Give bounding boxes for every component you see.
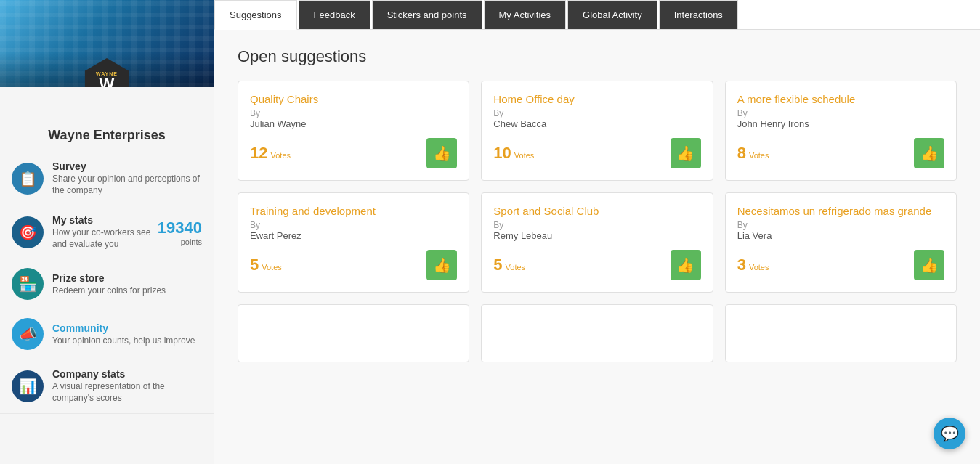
community-desc: Your opinion counts, help us improve: [52, 335, 202, 347]
sidebar-header: WAYNE W ENTERPRISES: [0, 0, 214, 87]
tab-activities[interactable]: My Activities: [484, 0, 567, 29]
card-author: John Henry Irons: [737, 118, 944, 129]
main-content: Suggestions Feedback Stickers and points…: [214, 0, 980, 464]
page-body: Open suggestions Quality Chairs By Julia…: [214, 30, 980, 464]
sidebar-item-prize-store[interactable]: 🏪 Prize store Redeem your coins for priz…: [0, 259, 214, 309]
tab-global[interactable]: Global Activity: [567, 0, 657, 29]
vote-count: 5: [493, 256, 502, 274]
card-title: A more flexible schedule: [737, 93, 944, 105]
company-stats-icon: 📊: [12, 370, 44, 402]
card-by: By: [737, 220, 944, 230]
thumbs-up-icon: 👍: [433, 145, 451, 162]
suggestion-card[interactable]: Sport and Social Club By Remy Lebeau 5 V…: [481, 192, 713, 293]
vote-count: 12: [250, 144, 267, 163]
vote-count-area: 12 Votes: [250, 144, 291, 163]
company-stats-title: Company stats: [52, 368, 202, 380]
prize-store-content: Prize store Redeem your coins for prizes: [52, 272, 202, 297]
thumbs-up-icon: 👍: [676, 256, 694, 274]
community-title: Community: [52, 322, 202, 334]
card-footer: 12 Votes 👍: [250, 129, 457, 168]
tab-suggestions[interactable]: Suggestions: [214, 0, 297, 30]
page-title: Open suggestions: [238, 47, 957, 66]
company-stats-content: Company stats A visual representation of…: [52, 368, 202, 404]
thumbs-up-icon: 👍: [920, 256, 939, 274]
vote-count: 3: [737, 256, 746, 274]
card-title: Home Office day: [493, 93, 700, 105]
vote-label: Votes: [514, 151, 535, 160]
thumbs-up-icon: 👍: [676, 145, 694, 162]
sidebar-item-my-stats[interactable]: 🎯 My stats How your co-workers see and e…: [0, 205, 214, 259]
suggestion-card[interactable]: A more flexible schedule By John Henry I…: [725, 81, 957, 181]
survey-title: Survey: [52, 160, 202, 172]
vote-button[interactable]: 👍: [914, 250, 944, 280]
card-author: Julian Wayne: [250, 118, 457, 129]
suggestion-card[interactable]: [725, 304, 957, 362]
sidebar-menu: 📋 Survey Share your opinion and percepti…: [0, 152, 214, 426]
company-stats-desc: A visual representation of the company's…: [52, 381, 202, 404]
survey-desc: Share your opinion and perceptions of th…: [52, 174, 202, 196]
vote-button[interactable]: 👍: [426, 250, 457, 280]
vote-count: 10: [493, 144, 511, 163]
card-footer: 8 Votes 👍: [737, 129, 944, 168]
vote-label: Votes: [270, 151, 291, 160]
suggestion-card[interactable]: [481, 304, 713, 362]
card-by: By: [493, 108, 700, 118]
suggestion-card[interactable]: Training and development By Ewart Perez …: [238, 192, 469, 293]
card-footer: 10 Votes 👍: [493, 129, 700, 168]
sidebar-item-company-stats[interactable]: 📊 Company stats A visual representation …: [0, 359, 214, 413]
vote-button[interactable]: 👍: [671, 138, 701, 168]
my-stats-desc: How your co-workers see and evaluate you: [52, 227, 158, 250]
suggestion-card[interactable]: Necesitamos un refrigerado mas grande By…: [725, 192, 957, 293]
chat-button[interactable]: 💬: [934, 418, 965, 449]
vote-button[interactable]: 👍: [671, 250, 701, 280]
card-footer: 5 Votes 👍: [493, 241, 700, 280]
vote-count-area: 5 Votes: [250, 256, 282, 274]
suggestion-card[interactable]: Home Office day By Chew Bacca 10 Votes 👍: [481, 81, 713, 181]
community-content: Community Your opinion counts, help us i…: [52, 322, 202, 347]
card-title: Quality Chairs: [250, 93, 457, 105]
card-title: Necesitamos un refrigerado mas grande: [737, 205, 944, 217]
tab-interactions[interactable]: Interactions: [659, 0, 738, 29]
points-value: 19340: [158, 219, 202, 237]
card-by: By: [250, 108, 457, 118]
card-footer: 5 Votes 👍: [250, 241, 457, 280]
card-title: Sport and Social Club: [493, 205, 700, 217]
sidebar-item-community[interactable]: 📣 Community Your opinion counts, help us…: [0, 309, 214, 359]
card-title: Training and development: [250, 205, 457, 217]
vote-label: Votes: [749, 263, 769, 272]
vote-count: 8: [737, 144, 746, 163]
vote-button[interactable]: 👍: [426, 138, 457, 168]
logo-w: W: [100, 76, 115, 88]
vote-button[interactable]: 👍: [914, 138, 944, 168]
sidebar-item-survey[interactable]: 📋 Survey Share your opinion and percepti…: [0, 152, 214, 205]
prize-store-title: Prize store: [52, 272, 202, 284]
vote-count-area: 8 Votes: [737, 144, 769, 163]
my-stats-icon: 🎯: [12, 216, 44, 248]
vote-count-area: 3 Votes: [737, 256, 769, 274]
card-author: Remy Lebeau: [493, 230, 700, 241]
community-icon: 📣: [12, 318, 44, 350]
survey-content: Survey Share your opinion and perception…: [52, 160, 202, 196]
suggestion-card[interactable]: [238, 304, 469, 362]
vote-label: Votes: [262, 263, 282, 272]
card-author: Lia Vera: [737, 230, 944, 241]
vote-count-area: 10 Votes: [493, 144, 534, 163]
chat-icon: 💬: [941, 425, 959, 442]
my-stats-content: My stats How your co-workers see and eva…: [52, 214, 158, 250]
card-by: By: [250, 220, 457, 230]
tabs-bar: Suggestions Feedback Stickers and points…: [214, 0, 980, 30]
company-name: Wayne Enterprises: [0, 122, 214, 152]
prize-store-icon: 🏪: [12, 268, 44, 300]
card-author: Ewart Perez: [250, 230, 457, 241]
card-by: By: [737, 108, 944, 118]
card-footer: 3 Votes 👍: [737, 241, 944, 280]
vote-count-area: 5 Votes: [493, 256, 525, 274]
thumbs-up-icon: 👍: [433, 256, 451, 274]
tab-stickers[interactable]: Stickers and points: [372, 0, 482, 29]
vote-count: 5: [250, 256, 259, 274]
suggestion-card[interactable]: Quality Chairs By Julian Wayne 12 Votes …: [238, 81, 469, 181]
tab-feedback[interactable]: Feedback: [299, 0, 370, 29]
vote-label: Votes: [506, 263, 526, 272]
card-by: By: [493, 220, 700, 230]
survey-icon: 📋: [12, 163, 44, 195]
